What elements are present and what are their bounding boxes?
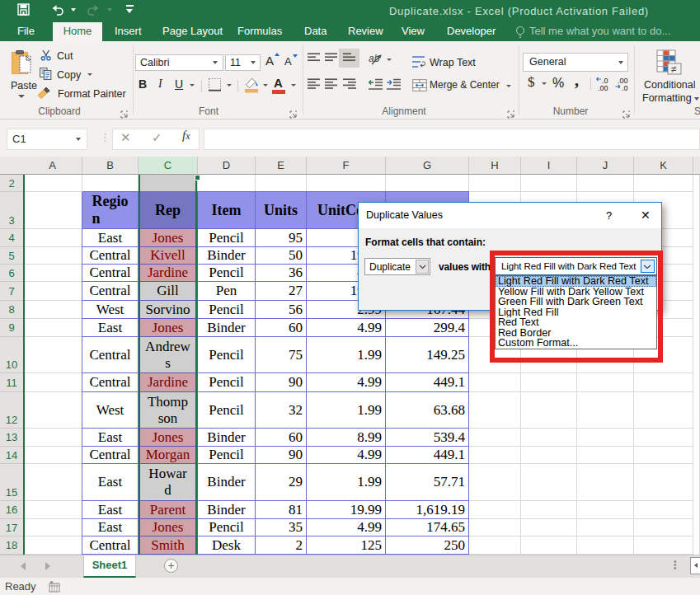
svg-text:.00: .00	[598, 84, 608, 91]
svg-text:.0: .0	[622, 84, 628, 91]
svg-text:≠: ≠	[671, 63, 677, 75]
